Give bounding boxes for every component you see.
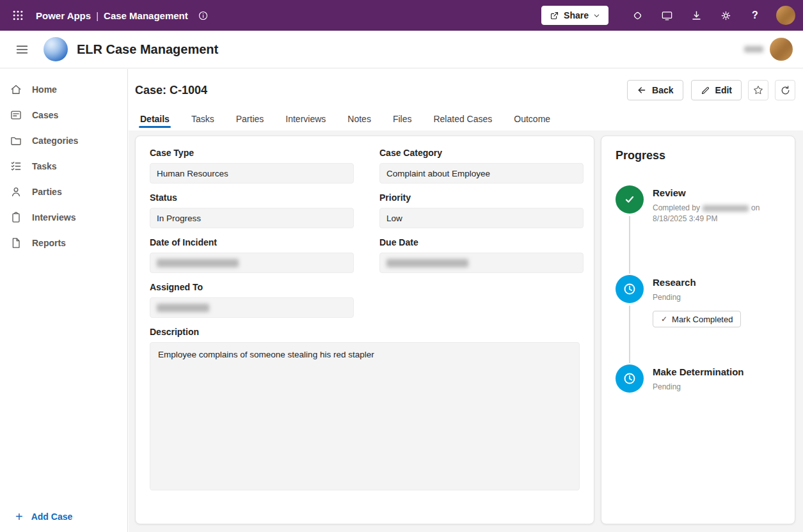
- case-title: Case: C-1004: [135, 84, 207, 97]
- home-icon: [10, 83, 22, 96]
- description-textarea[interactable]: Employee complains of someone stealing h…: [150, 342, 580, 490]
- waffle-menu-icon[interactable]: [8, 5, 28, 26]
- step-name: Make Determination: [653, 364, 781, 377]
- add-case-label: Add Case: [31, 512, 73, 522]
- folder-icon: [10, 134, 22, 147]
- tab-files[interactable]: Files: [392, 110, 413, 130]
- sidebar-item-label: Parties: [32, 187, 62, 197]
- tab-bar: Details Tasks Parties Interviews Notes F…: [129, 101, 803, 130]
- app-window: Power Apps | Case Management Share: [0, 0, 803, 532]
- step-detail: Completed byon 8/18/2025 3:49 PM: [653, 203, 781, 224]
- topbar: Power Apps | Case Management Share: [0, 0, 803, 31]
- back-button[interactable]: Back: [627, 80, 683, 100]
- date-of-incident-input[interactable]: [150, 253, 354, 273]
- field-label: Status: [150, 192, 354, 203]
- download-icon[interactable]: [685, 4, 707, 26]
- plus-icon: +: [15, 512, 23, 522]
- field-label: Due Date: [379, 237, 584, 247]
- case-header: Case: C-1004 Back Edit: [129, 69, 803, 101]
- step-name: Review: [653, 185, 781, 198]
- tab-parties[interactable]: Parties: [235, 110, 266, 130]
- app-logo: [44, 37, 68, 61]
- sidebar-item-cases[interactable]: Cases: [0, 102, 127, 128]
- edit-pencil-icon: [701, 86, 710, 95]
- completed-by-text: Completed by: [653, 203, 700, 212]
- field-priority: Priority Low: [379, 192, 584, 228]
- avatar-image: [770, 38, 793, 61]
- clipboard-icon: [10, 211, 22, 224]
- redacted-name: [703, 205, 749, 212]
- completed-date-text: 8/18/2025 3:49 PM: [653, 214, 717, 223]
- tab-outcome[interactable]: Outcome: [513, 110, 552, 130]
- hamburger-menu-icon[interactable]: [10, 38, 33, 61]
- field-assigned-to: Assigned To: [150, 282, 354, 318]
- cases-icon: [10, 109, 22, 121]
- favorite-star-button[interactable]: [748, 80, 768, 100]
- share-button[interactable]: Share: [541, 6, 608, 25]
- check-icon: ✓: [661, 315, 667, 324]
- details-card: Case Type Human Resources Case Category …: [135, 136, 594, 524]
- sidebar-item-label: Reports: [32, 238, 66, 248]
- sidebar-item-label: Tasks: [32, 161, 57, 171]
- app-header: ELR Case Management: [0, 31, 803, 68]
- share-label: Share: [564, 10, 589, 20]
- copilot-icon[interactable]: [626, 4, 648, 26]
- completed-check-icon: [616, 185, 644, 214]
- sidebar-item-tasks[interactable]: Tasks: [0, 153, 127, 179]
- field-label: Assigned To: [150, 282, 354, 292]
- redacted-value: [157, 304, 209, 312]
- tab-related-cases[interactable]: Related Cases: [432, 110, 493, 130]
- redacted-user-text: [744, 46, 763, 52]
- edit-label: Edit: [715, 85, 732, 95]
- step-name: Research: [653, 275, 781, 288]
- sidebar-item-reports[interactable]: Reports: [0, 230, 127, 256]
- redacted-value: [386, 259, 468, 267]
- pending-clock-icon: [616, 275, 644, 303]
- mark-completed-button[interactable]: ✓ Mark Completed: [653, 311, 741, 327]
- document-icon: [10, 237, 22, 249]
- field-label: Case Type: [150, 148, 354, 158]
- due-date-input[interactable]: [379, 253, 584, 273]
- help-icon[interactable]: ?: [744, 4, 766, 26]
- sidebar-item-parties[interactable]: Parties: [0, 179, 127, 205]
- sidebar-item-categories[interactable]: Categories: [0, 128, 127, 153]
- sidebar-item-label: Home: [32, 84, 57, 95]
- case-category-input[interactable]: Complaint about Employee: [379, 163, 584, 184]
- progress-step-research: Research Pending ✓ Mark Completed: [616, 275, 781, 364]
- assigned-to-input[interactable]: [150, 297, 354, 318]
- status-input[interactable]: In Progress: [150, 208, 354, 228]
- settings-gear-icon[interactable]: [715, 4, 736, 26]
- user-avatar[interactable]: [770, 38, 793, 61]
- add-case-button[interactable]: + Add Case: [0, 501, 127, 532]
- step-status: Pending: [653, 292, 781, 303]
- info-icon[interactable]: [195, 6, 212, 24]
- priority-input[interactable]: Low: [379, 208, 584, 228]
- sidebar-item-interviews[interactable]: Interviews: [0, 205, 127, 230]
- account-avatar[interactable]: [776, 6, 795, 25]
- field-case-type: Case Type Human Resources: [150, 148, 354, 184]
- tab-tasks[interactable]: Tasks: [190, 110, 216, 130]
- tab-notes[interactable]: Notes: [346, 110, 372, 130]
- tab-details[interactable]: Details: [139, 110, 171, 130]
- help-label: ?: [752, 10, 758, 21]
- back-arrow-icon: [637, 85, 647, 95]
- tab-interviews[interactable]: Interviews: [284, 110, 327, 130]
- avatar-image: [776, 6, 795, 25]
- chevron-down-icon: [593, 12, 600, 19]
- sidebar-item-home[interactable]: Home: [0, 77, 127, 102]
- redacted-value: [157, 259, 239, 267]
- refresh-button[interactable]: [775, 80, 795, 100]
- checklist-icon: [10, 160, 22, 173]
- back-label: Back: [652, 85, 673, 95]
- field-date-of-incident: Date of Incident: [150, 237, 354, 273]
- title-divider: |: [96, 10, 99, 21]
- edit-button[interactable]: Edit: [691, 80, 742, 100]
- case-type-input[interactable]: Human Resources: [150, 163, 354, 184]
- topbar-title: Power Apps | Case Management: [36, 10, 188, 21]
- mark-completed-label: Mark Completed: [672, 315, 733, 324]
- app-logo-image: [44, 37, 68, 61]
- sidebar-spacer: [0, 256, 127, 501]
- monitor-icon[interactable]: [656, 4, 678, 26]
- brand-label[interactable]: Power Apps: [36, 10, 91, 21]
- panels: Case Type Human Resources Case Category …: [129, 130, 803, 532]
